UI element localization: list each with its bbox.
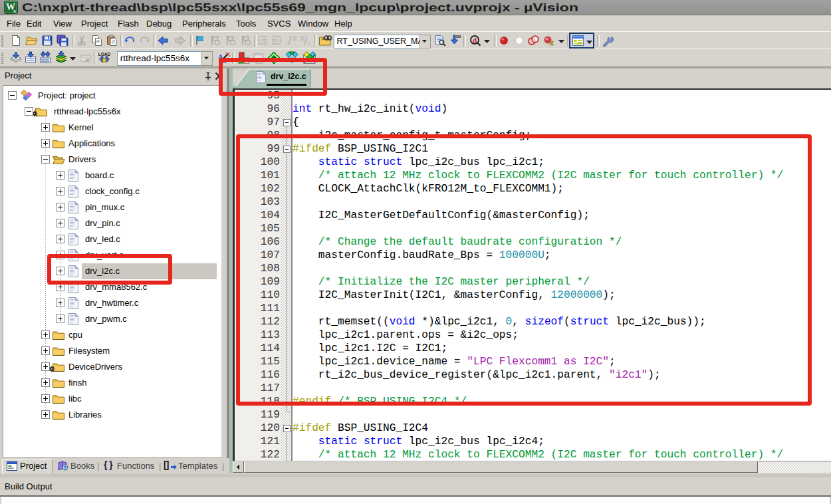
svg-text:LOAD: LOAD: [98, 52, 111, 57]
svg-text:x: x: [550, 39, 554, 47]
svg-text:?: ?: [64, 465, 67, 471]
svg-text:d: d: [473, 36, 477, 44]
svg-text:s: s: [13, 7, 16, 14]
